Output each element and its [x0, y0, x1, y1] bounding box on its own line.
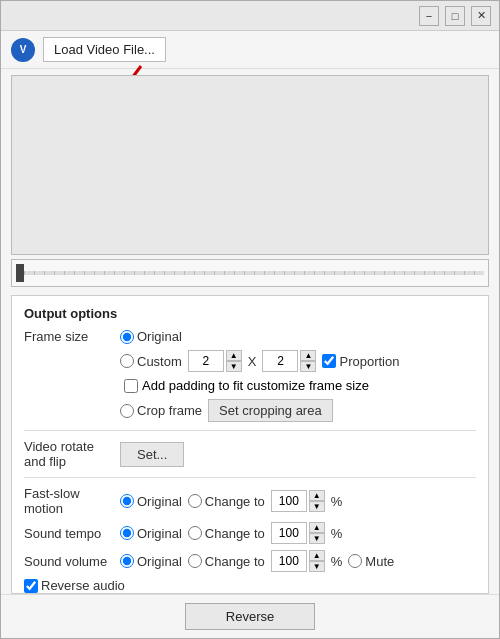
sound-tempo-changeto-radio[interactable] — [188, 526, 202, 540]
mute-item[interactable]: Mute — [348, 554, 394, 569]
width-spinner: ▲ ▼ — [188, 350, 242, 372]
crop-frame-row: Crop frame Set cropping area — [24, 399, 476, 422]
sound-tempo-row: Sound tempo Original Change to ▲ ▼ % — [24, 522, 476, 544]
divider-2 — [24, 477, 476, 478]
minimize-button[interactable]: − — [419, 6, 439, 26]
sound-volume-original-item[interactable]: Original — [120, 554, 182, 569]
height-spinner: ▲ ▼ — [262, 350, 316, 372]
sound-volume-pct: % — [331, 554, 343, 569]
title-bar: − □ ✕ — [1, 1, 499, 31]
width-input[interactable] — [188, 350, 224, 372]
app-icon: V — [11, 38, 35, 62]
sound-volume-original-radio[interactable] — [120, 554, 134, 568]
original-radio-item[interactable]: Original — [120, 329, 182, 344]
proportion-label: Proportion — [339, 354, 399, 369]
fast-slow-changeto-label: Change to — [205, 494, 265, 509]
fast-slow-pct: % — [331, 494, 343, 509]
add-padding-label: Add padding to fit customize frame size — [142, 378, 369, 393]
sound-tempo-original-label: Original — [137, 526, 182, 541]
width-spin-buttons: ▲ ▼ — [226, 350, 242, 372]
width-up-button[interactable]: ▲ — [226, 350, 242, 361]
add-padding-checkbox[interactable] — [124, 379, 138, 393]
height-up-button[interactable]: ▲ — [300, 350, 316, 361]
custom-radio[interactable] — [120, 354, 134, 368]
sound-tempo-changeto-label: Change to — [205, 526, 265, 541]
crop-frame-label: Crop frame — [137, 403, 202, 418]
sound-tempo-label: Sound tempo — [24, 526, 114, 541]
custom-radio-item[interactable]: Custom — [120, 354, 182, 369]
load-video-button[interactable]: Load Video File... — [43, 37, 166, 62]
sound-tempo-spinner: ▲ ▼ — [271, 522, 325, 544]
height-input[interactable] — [262, 350, 298, 372]
proportion-checkbox[interactable] — [322, 354, 336, 368]
sound-tempo-down-button[interactable]: ▼ — [309, 533, 325, 544]
fast-slow-original-item[interactable]: Original — [120, 494, 182, 509]
crop-frame-radio[interactable] — [120, 404, 134, 418]
title-bar-buttons: − □ ✕ — [419, 6, 491, 26]
toolbar: V Load Video File... — [1, 31, 499, 69]
custom-radio-label: Custom — [137, 354, 182, 369]
fast-slow-label: Fast-slow motion — [24, 486, 114, 516]
sound-tempo-changeto-item[interactable]: Change to — [188, 526, 265, 541]
sound-tempo-input[interactable] — [271, 522, 307, 544]
fast-slow-motion-row: Fast-slow motion Original Change to ▲ ▼ … — [24, 486, 476, 516]
mute-radio[interactable] — [348, 554, 362, 568]
sound-volume-spin-btns: ▲ ▼ — [309, 550, 325, 572]
sound-tempo-pct: % — [331, 526, 343, 541]
divider-1 — [24, 430, 476, 431]
add-padding-row: Add padding to fit customize frame size — [124, 378, 476, 393]
sound-volume-row: Sound volume Original Change to ▲ ▼ % Mu… — [24, 550, 476, 572]
reverse-audio-checkbox[interactable] — [24, 579, 38, 593]
set-rotate-button[interactable]: Set... — [120, 442, 184, 467]
main-window: − □ ✕ V Load Video File... Output option… — [0, 0, 500, 639]
fast-slow-down-button[interactable]: ▼ — [309, 501, 325, 512]
sound-volume-original-label: Original — [137, 554, 182, 569]
fast-slow-changeto-radio[interactable] — [188, 494, 202, 508]
video-rotate-label: Video rotate and flip — [24, 439, 114, 469]
frame-size-row: Frame size Original — [24, 329, 476, 344]
bottom-bar: Reverse — [1, 594, 499, 638]
fast-slow-original-label: Original — [137, 494, 182, 509]
fast-slow-spin-btns: ▲ ▼ — [309, 490, 325, 512]
width-down-button[interactable]: ▼ — [226, 361, 242, 372]
video-rotate-row: Video rotate and flip Set... — [24, 439, 476, 469]
reverse-audio-label: Reverse audio — [41, 578, 125, 593]
sound-volume-spinner: ▲ ▼ — [271, 550, 325, 572]
proportion-checkbox-item[interactable]: Proportion — [322, 354, 399, 369]
sound-volume-up-button[interactable]: ▲ — [309, 550, 325, 561]
fast-slow-changeto-item[interactable]: Change to — [188, 494, 265, 509]
timeline[interactable] — [11, 259, 489, 287]
sound-volume-changeto-item[interactable]: Change to — [188, 554, 265, 569]
sound-volume-input[interactable] — [271, 550, 307, 572]
sound-volume-label: Sound volume — [24, 554, 114, 569]
sound-volume-changeto-radio[interactable] — [188, 554, 202, 568]
fast-slow-spinner: ▲ ▼ — [271, 490, 325, 512]
original-radio[interactable] — [120, 330, 134, 344]
custom-row: Custom ▲ ▼ X ▲ ▼ Proportion — [24, 350, 476, 372]
set-cropping-area-button[interactable]: Set cropping area — [208, 399, 333, 422]
sound-tempo-up-button[interactable]: ▲ — [309, 522, 325, 533]
fast-slow-original-radio[interactable] — [120, 494, 134, 508]
fast-slow-up-button[interactable]: ▲ — [309, 490, 325, 501]
sound-volume-down-button[interactable]: ▼ — [309, 561, 325, 572]
reverse-audio-item[interactable]: Reverse audio — [24, 578, 125, 593]
crop-frame-radio-item[interactable]: Crop frame — [120, 403, 202, 418]
close-button[interactable]: ✕ — [471, 6, 491, 26]
height-down-button[interactable]: ▼ — [300, 361, 316, 372]
reverse-button[interactable]: Reverse — [185, 603, 315, 630]
output-options-title: Output options — [24, 306, 476, 321]
x-separator: X — [248, 354, 257, 369]
maximize-button[interactable]: □ — [445, 6, 465, 26]
options-panel: Output options Frame size Original Custo… — [11, 295, 489, 594]
timeline-track[interactable] — [24, 271, 484, 275]
sound-tempo-original-item[interactable]: Original — [120, 526, 182, 541]
original-radio-label: Original — [137, 329, 182, 344]
sound-volume-changeto-label: Change to — [205, 554, 265, 569]
reverse-audio-row: Reverse audio — [24, 578, 476, 593]
sound-tempo-spin-btns: ▲ ▼ — [309, 522, 325, 544]
timeline-thumb[interactable] — [16, 264, 24, 282]
sound-tempo-original-radio[interactable] — [120, 526, 134, 540]
mute-label: Mute — [365, 554, 394, 569]
height-spin-buttons: ▲ ▼ — [300, 350, 316, 372]
fast-slow-input[interactable] — [271, 490, 307, 512]
